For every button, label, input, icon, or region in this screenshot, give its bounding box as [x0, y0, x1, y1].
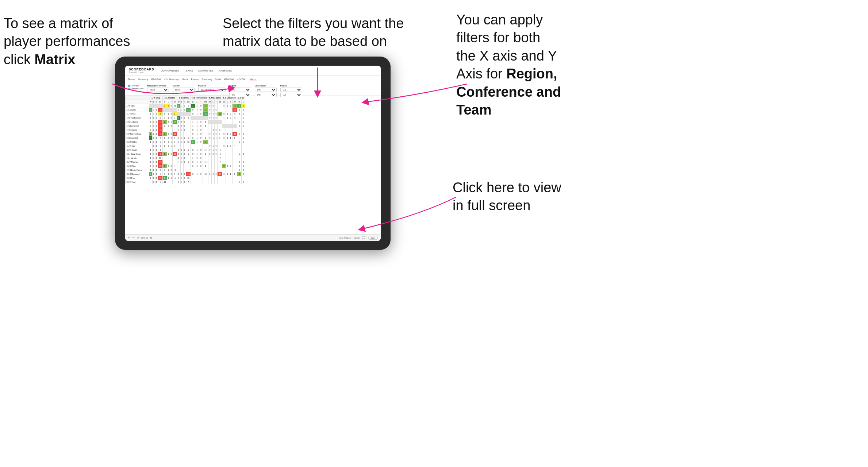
compact-view-radio[interactable]: Compact View: [128, 88, 143, 90]
table-row: 10. B Valdes 1101 0010 01010 01011 11: [125, 140, 245, 144]
undo-icon[interactable]: ↩: [128, 236, 130, 239]
tab-teams[interactable]: Teams: [128, 78, 135, 81]
table-row: 6. C Lamprecht 230-10 300 100 1106 01: [125, 124, 245, 128]
view-toggle: Full View Compact View: [128, 85, 143, 90]
matrix-container: 1. W Ding 2. L Clanton 3. J Koivun 4. M …: [125, 96, 381, 241]
col-header-7: 7. G Sa: [237, 96, 245, 100]
tab-h2hth[interactable]: H2HTH...: [237, 78, 247, 81]
filter-bar: Full View Compact View Max players in vi…: [125, 83, 381, 96]
players-filter: Players (All) (All): [280, 85, 302, 97]
redo-icon[interactable]: ↪: [132, 236, 135, 239]
matrix-table: 1. W Ding 2. L Clanton 3. J Koivun 4. M …: [125, 96, 246, 184]
full-view-radio[interactable]: Full View: [128, 85, 143, 87]
region-select[interactable]: N/A: [229, 88, 251, 92]
col-header-1: 1. W Ding: [149, 96, 162, 100]
col-header-5: 5. M La Sasso: [208, 96, 222, 100]
gender-filter: Gender Men's: [173, 85, 195, 92]
players-select[interactable]: (All): [280, 88, 302, 92]
tab-matrix[interactable]: Matrix: [182, 78, 188, 81]
table-row: 16. K Vilips 210-25 2204 3308 050 01: [125, 164, 245, 168]
table-row: 17. S De La Fuente 1200 110-8 02: [125, 168, 245, 172]
nav-tournaments[interactable]: TOURNAMENTS: [160, 69, 179, 72]
conference-filter: Conference (All) (All): [255, 85, 277, 97]
tab-h2h-grid2[interactable]: H2H Grid: [224, 78, 234, 81]
tab-summary2[interactable]: Summary: [202, 78, 212, 81]
tab-matrix-active[interactable]: Matrix: [250, 78, 257, 81]
screen-icon[interactable]: ⛶: [362, 236, 365, 239]
table-row: 8. P Summerhays 521-48 220-16 010 0101 0…: [125, 132, 245, 136]
tab-detail[interactable]: Detail: [215, 78, 221, 81]
sub-h-w1: W: [149, 100, 152, 104]
conference-select[interactable]: (All): [255, 88, 277, 92]
region-filter: Region N/A N/A: [229, 85, 251, 97]
table-row: 3. J Koivun 1102 0102 01013 04011 010-6 …: [125, 112, 245, 116]
table-row: 7. G Sargent 220-15 010 010 003: [125, 128, 245, 132]
division-select[interactable]: NCAA Division I: [198, 88, 226, 92]
players-select2[interactable]: (All): [280, 93, 302, 97]
conference-select2[interactable]: (All): [255, 93, 277, 97]
bottom-bar: ↩ ↪ ⟳ ⊞ ⊟ ⊡ ⚙ View: Original Watch ⛶ Sha…: [125, 234, 381, 241]
view-original-label: View: Original: [339, 237, 351, 239]
tablet-device: SCOREBOARD Powered by clippd TOURNAMENTS…: [115, 57, 391, 250]
col-header-2: 2. L Clanton: [162, 96, 177, 100]
table-row: 15. P Maichon 111-19 4101 01014 -7 22: [125, 160, 245, 164]
annotation-bottom-right: Click here to view in full screen: [453, 179, 561, 215]
bottom-bar-right: View: Original Watch ⛶ Share: [339, 236, 378, 240]
nav-rankings[interactable]: RANKINGS: [219, 69, 232, 72]
tab-players[interactable]: Players: [191, 78, 199, 81]
annotation-top-center: Select the filters you want the matrix d…: [223, 15, 404, 51]
division-filter: Division NCAA Division I: [198, 85, 226, 92]
watch-button[interactable]: Watch: [354, 237, 360, 239]
sub-nav: Teams Summary H2H Grid H2H Heatmap Matri…: [125, 76, 381, 83]
table-row: 4. M Thorbjornsen 1005 1101 1005 010 110…: [125, 116, 245, 120]
max-players-filter: Max players in view Top 25: [147, 85, 169, 92]
table-row: 18. C Sherwood 2001 1300 100-11 01013 22…: [125, 172, 245, 176]
annotation-top-right: You can apply filters for both the X axi…: [456, 11, 561, 119]
col-header-4: 4. M Thorbjornsen: [191, 96, 208, 100]
table-row: 19. D Ford 200-20 210-1 01013: [125, 176, 245, 180]
table-row: 20. M Ford 331 -11 0107 11: [125, 180, 245, 184]
table-row: 13. J Skov Olesen 110-3 210-19 1001 0101…: [125, 152, 245, 156]
table-row: 5. M La Sasso 130-10 24124 300 1106 01: [125, 120, 245, 124]
table-row: 11. M Ege 010 0010 0104 0104: [125, 144, 245, 148]
max-players-select[interactable]: Top 25: [147, 88, 169, 92]
tab-h2h-heatmap[interactable]: H2H Heatmap: [164, 78, 179, 81]
bottom-bar-left: ↩ ↪ ⟳ ⊞ ⊟ ⊡ ⚙: [128, 236, 152, 239]
table-row: 12. M Riedel 110-6 1001 01014 010-6: [125, 148, 245, 152]
table-row: 14. J Lundin 11010 110 100 -7: [125, 156, 245, 160]
tab-h2h-grid[interactable]: H2H Grid: [151, 78, 161, 81]
share-button[interactable]: Share: [368, 236, 377, 240]
sub-header-empty: [125, 100, 149, 104]
annotation-top-left: To see a matrix of player performances c…: [4, 15, 130, 69]
table-row: 9. N Gabrelcik 009 0009 0101 0101 0111 0…: [125, 136, 245, 140]
table-row: 2. L Clanton 210-16 01013 04011 010 -24 …: [125, 108, 245, 112]
app-logo: SCOREBOARD Powered by clippd: [129, 68, 154, 73]
col-header-6: 6. C Lamprecht: [222, 96, 237, 100]
app-nav: TOURNAMENTS TEAMS COMMITTEE RANKINGS: [160, 69, 232, 72]
col-header-empty: [125, 96, 149, 100]
settings-icon[interactable]: ⚙: [150, 236, 152, 239]
zoom-controls[interactable]: ⊞ ⊟ ⊡: [141, 236, 148, 239]
nav-teams[interactable]: TEAMS: [184, 69, 193, 72]
tablet-screen: SCOREBOARD Powered by clippd TOURNAMENTS…: [125, 66, 381, 241]
app-header: SCOREBOARD Powered by clippd TOURNAMENTS…: [125, 66, 381, 76]
tab-summary[interactable]: Summary: [138, 78, 148, 81]
table-row: 1. W Ding 12011 110-2 12017 00 01013 02: [125, 104, 245, 108]
nav-committee[interactable]: COMMITTEE: [198, 69, 214, 72]
gender-select[interactable]: Men's: [173, 88, 195, 92]
col-header-3: 3. J Koivun: [177, 96, 191, 100]
refresh-icon[interactable]: ⟳: [137, 236, 139, 239]
